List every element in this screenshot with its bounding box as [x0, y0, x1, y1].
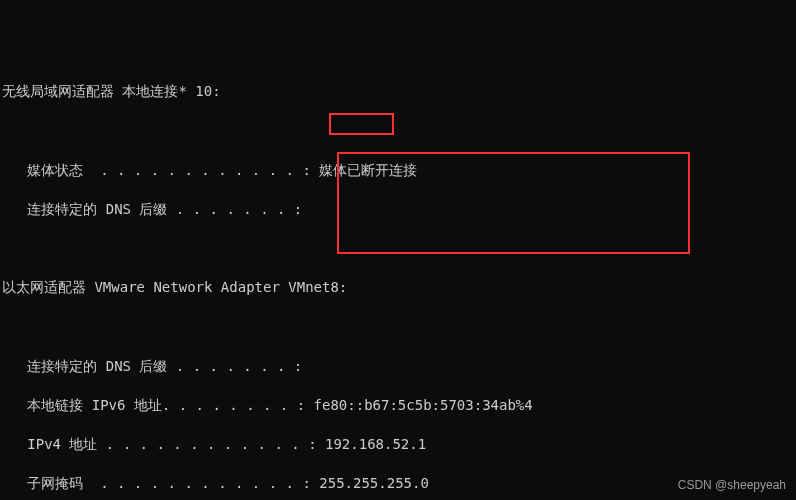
blank-line	[2, 122, 796, 142]
ipv6-value: fe80::b67:5c5b:5703:34ab%4	[314, 397, 533, 413]
wireless10-media-row: 媒体状态 . . . . . . . . . . . . : 媒体已断开连接	[2, 161, 796, 181]
media-state-value: 媒体已断开连接	[319, 162, 417, 178]
dns-suffix-label: 连接特定的 DNS 后缀 . . . . . . . :	[2, 358, 302, 374]
adapter-header-prefix: 以太网适配器 VMware Network Adapter	[2, 279, 288, 295]
mask-value: 255.255.255.0	[319, 475, 429, 491]
vmnet8-dns-row: 连接特定的 DNS 后缀 . . . . . . . :	[2, 357, 796, 377]
wireless10-dns-row: 连接特定的 DNS 后缀 . . . . . . . :	[2, 200, 796, 220]
dns-suffix-label: 连接特定的 DNS 后缀 . . . . . . . :	[2, 201, 302, 217]
media-state-label: 媒体状态 . . . . . . . . . . . . :	[2, 162, 319, 178]
adapter-header-vmnet8: 以太网适配器 VMware Network Adapter VMnet8:	[2, 278, 796, 298]
mask-label: 子网掩码 . . . . . . . . . . . . :	[2, 475, 319, 491]
adapter-header-wireless10: 无线局域网适配器 本地连接* 10:	[2, 82, 796, 102]
ipv4-label: IPv4 地址 . . . . . . . . . . . . :	[2, 436, 325, 452]
adapter-header-name: VMnet8:	[288, 279, 347, 295]
watermark-text: CSDN @sheepyeah	[678, 477, 786, 494]
blank-line	[2, 239, 796, 259]
ipv6-label: 本地链接 IPv6 地址. . . . . . . . :	[2, 397, 314, 413]
blank-line	[2, 318, 796, 338]
vmnet8-ipv6-row: 本地链接 IPv6 地址. . . . . . . . : fe80::b67:…	[2, 396, 796, 416]
vmnet8-ipv4-row: IPv4 地址 . . . . . . . . . . . . : 192.16…	[2, 435, 796, 455]
ipv4-value: 192.168.52.1	[325, 436, 426, 452]
